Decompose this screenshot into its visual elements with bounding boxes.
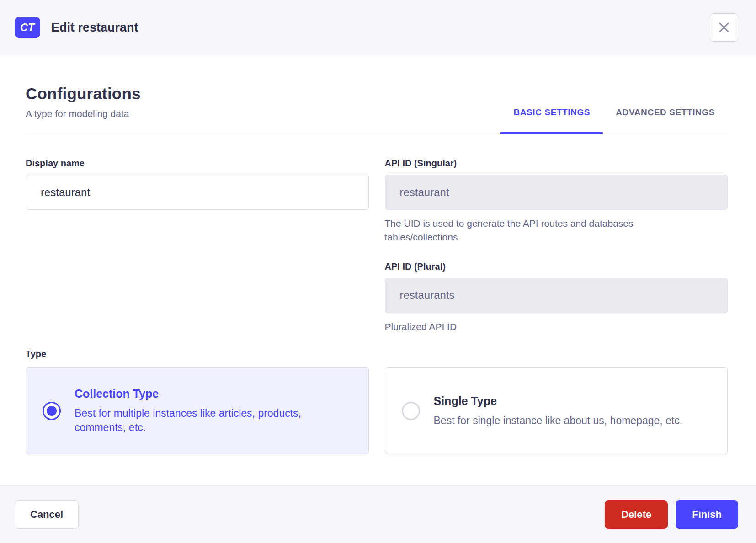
single-type-text: Single Type Best for single instance lik… xyxy=(434,394,683,428)
page-subtitle: A type for modeling data xyxy=(26,108,141,119)
collection-type-title: Collection Type xyxy=(75,387,349,400)
api-id-plural-group: API ID (Plural) Pluralized API ID xyxy=(385,261,728,334)
collection-type-description: Best for multiple instances like article… xyxy=(75,406,349,435)
api-id-singular-input xyxy=(385,175,728,210)
content-type-badge-label: CT xyxy=(20,21,35,34)
type-label: Type xyxy=(26,349,728,359)
single-type-title: Single Type xyxy=(434,394,683,408)
api-id-plural-label: API ID (Plural) xyxy=(385,261,728,272)
modal-title: Edit restaurant xyxy=(51,21,138,35)
api-id-plural-hint: Pluralized API ID xyxy=(385,320,680,334)
form-grid: Display name API ID (Singular) The UID i… xyxy=(26,158,728,334)
modal-footer: Cancel Delete Finish xyxy=(0,485,756,543)
delete-button[interactable]: Delete xyxy=(605,500,668,529)
api-id-plural-input xyxy=(385,278,728,313)
modal-body: Configurations A type for modeling data … xyxy=(0,55,756,485)
type-options: Collection Type Best for multiple instan… xyxy=(26,367,728,454)
finish-button[interactable]: Finish xyxy=(676,500,738,529)
tab-advanced-settings[interactable]: ADVANCED SETTINGS xyxy=(603,107,728,133)
radio-dot xyxy=(47,406,57,416)
close-button[interactable] xyxy=(710,13,738,42)
type-option-collection[interactable]: Collection Type Best for multiple instan… xyxy=(26,367,369,454)
modal-header: CT Edit restaurant xyxy=(0,0,756,55)
type-option-single[interactable]: Single Type Best for single instance lik… xyxy=(385,367,728,454)
display-name-group: Display name xyxy=(26,158,369,210)
intro-section: Configurations A type for modeling data xyxy=(26,85,141,133)
form-column-left: Display name xyxy=(26,158,369,334)
content-type-badge: CT xyxy=(15,17,40,38)
radio-single-type-icon[interactable] xyxy=(402,402,420,420)
title-row: Configurations A type for modeling data … xyxy=(26,85,728,133)
api-id-singular-hint: The UID is used to generate the API rout… xyxy=(385,217,680,245)
display-name-input[interactable] xyxy=(26,175,369,210)
settings-tabs: BASIC SETTINGS ADVANCED SETTINGS xyxy=(500,107,728,133)
page-title: Configurations xyxy=(26,85,141,103)
api-id-singular-label: API ID (Singular) xyxy=(385,158,728,169)
edit-content-type-modal: CT Edit restaurant Configurations A type… xyxy=(0,0,756,543)
close-icon xyxy=(718,21,730,34)
radio-collection-type-icon[interactable] xyxy=(43,402,61,420)
cancel-button[interactable]: Cancel xyxy=(15,500,79,529)
display-name-label: Display name xyxy=(26,158,369,169)
collection-type-text: Collection Type Best for multiple instan… xyxy=(75,387,349,435)
tab-basic-settings[interactable]: BASIC SETTINGS xyxy=(500,107,603,133)
api-id-singular-group: API ID (Singular) The UID is used to gen… xyxy=(385,158,728,245)
form-column-right: API ID (Singular) The UID is used to gen… xyxy=(385,158,728,334)
single-type-description: Best for single instance like about us, … xyxy=(434,414,683,428)
